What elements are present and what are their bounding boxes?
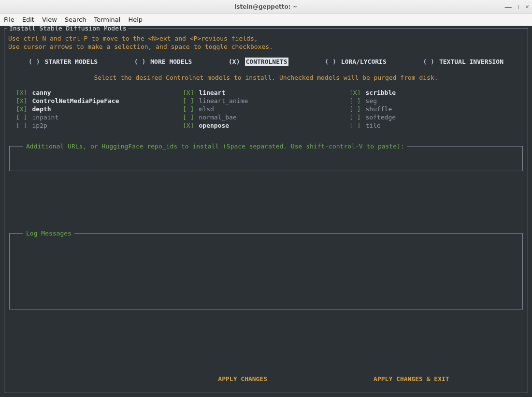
- model-checkbox-normal-bae[interactable]: [ ]normal_bae: [183, 113, 349, 121]
- model-checkbox-depth[interactable]: [X]depth: [16, 105, 183, 113]
- model-checkbox-scribble[interactable]: [X]scribble: [349, 88, 516, 97]
- menu-terminal[interactable]: Terminal: [94, 16, 120, 23]
- model-checkbox-canny[interactable]: [X]canny: [16, 88, 183, 97]
- model-label: scribble: [365, 88, 396, 97]
- menu-help[interactable]: Help: [128, 16, 143, 23]
- additional-urls-box: Additional URLs, or HuggingFace repo_ids…: [9, 146, 523, 171]
- radio-icon: ( ): [29, 58, 40, 66]
- model-label: ControlNetMediaPipeFace: [32, 97, 119, 105]
- window-controls: — + ×: [505, 0, 529, 14]
- checkbox-icon: [ ]: [183, 97, 194, 105]
- model-label: lineart_anime: [199, 97, 248, 105]
- model-checkbox-seg[interactable]: [ ]seg: [349, 97, 516, 105]
- models-column: [X]lineart[ ]lineart_anime[ ]mlsd[ ]norm…: [183, 88, 349, 130]
- checkbox-icon: [ ]: [16, 113, 27, 121]
- installer-title: Install Stable Diffusion Models: [7, 26, 129, 32]
- apply-changes-exit-button[interactable]: APPLY CHANGES & EXIT: [374, 375, 449, 383]
- model-label: normal_bae: [199, 113, 236, 121]
- model-checkbox-openpose[interactable]: [X]openpose: [183, 121, 349, 130]
- installer-frame: Install Stable Diffusion Models Use ctrl…: [4, 28, 528, 393]
- tab-subtitle: Select the desired Controlnet models to …: [4, 66, 528, 82]
- log-messages-box: Log Messages: [9, 233, 523, 309]
- model-label: inpaint: [32, 113, 58, 121]
- checkbox-icon: [ ]: [349, 121, 360, 130]
- window-title: lstein@geppetto: ~: [234, 3, 298, 10]
- instructions-line2: Use cursor arrows to make a selection, a…: [8, 43, 273, 50]
- model-checkbox-lineart-anime[interactable]: [ ]lineart_anime: [183, 97, 349, 105]
- model-label: tile: [365, 121, 380, 130]
- model-label: canny: [32, 88, 51, 97]
- model-label: openpose: [199, 121, 229, 130]
- titlebar: lstein@geppetto: ~ — + ×: [0, 0, 532, 14]
- models-grid: [X]canny[X]ControlNetMediaPipeFace[X]dep…: [4, 82, 528, 130]
- close-icon[interactable]: ×: [525, 3, 529, 11]
- apply-changes-button[interactable]: APPLY CHANGES: [218, 375, 267, 383]
- log-messages-label: Log Messages: [23, 229, 74, 237]
- additional-urls-label: Additional URLs, or HuggingFace repo_ids…: [23, 142, 407, 150]
- checkbox-icon: [X]: [16, 88, 27, 97]
- tab-label: TEXTUAL INVERSION: [439, 58, 503, 66]
- tab-label: STARTER MODELS: [44, 58, 98, 66]
- model-checkbox-lineart[interactable]: [X]lineart: [183, 88, 349, 97]
- model-checkbox-inpaint[interactable]: [ ]inpaint: [16, 113, 183, 121]
- checkbox-icon: [ ]: [349, 97, 360, 105]
- model-label: mlsd: [199, 105, 214, 113]
- model-label: shuffle: [365, 105, 392, 113]
- model-label: softedge: [365, 113, 396, 121]
- radio-icon: ( ): [423, 58, 434, 66]
- checkbox-icon: [X]: [183, 121, 194, 130]
- radio-icon: ( ): [134, 58, 145, 66]
- model-checkbox-softedge[interactable]: [ ]softedge: [349, 113, 516, 121]
- models-column: [X]canny[X]ControlNetMediaPipeFace[X]dep…: [16, 88, 183, 130]
- tab-starter-models[interactable]: ( )STARTER MODELS: [29, 58, 98, 66]
- radio-icon: ( ): [325, 58, 336, 66]
- checkbox-icon: [ ]: [349, 113, 360, 121]
- models-column: [X]scribble[ ]seg[ ]shuffle[ ]softedge[ …: [349, 88, 516, 130]
- model-label: ip2p: [32, 121, 47, 130]
- model-label: lineart: [199, 88, 225, 97]
- checkbox-icon: [ ]: [183, 105, 194, 113]
- menu-view[interactable]: View: [42, 16, 57, 23]
- model-checkbox-shuffle[interactable]: [ ]shuffle: [349, 105, 516, 113]
- maximize-icon[interactable]: +: [517, 3, 520, 11]
- checkbox-icon: [X]: [16, 97, 27, 105]
- checkbox-icon: [X]: [183, 88, 194, 97]
- checkbox-icon: [ ]: [183, 113, 194, 121]
- menu-file[interactable]: File: [4, 16, 14, 23]
- checkbox-icon: [X]: [349, 88, 360, 97]
- menubar: File Edit View Search Terminal Help: [0, 14, 532, 26]
- model-label: seg: [365, 97, 376, 105]
- tab-label: LORA/LYCORIS: [341, 58, 387, 66]
- model-checkbox-controlnetmediapipeface[interactable]: [X]ControlNetMediaPipeFace: [16, 97, 183, 105]
- tab-label: MORE MODELS: [150, 58, 192, 66]
- tab-textual-inversion[interactable]: ( )TEXTUAL INVERSION: [423, 58, 503, 66]
- tab-label: CONTROLNETS: [245, 58, 288, 66]
- model-label: depth: [32, 105, 51, 113]
- tabs-row: ( )STARTER MODELS( )MORE MODELS(X)CONTRO…: [4, 51, 528, 66]
- bottom-buttons: APPLY CHANGES APPLY CHANGES & EXIT: [4, 375, 528, 383]
- minimize-icon[interactable]: —: [505, 3, 512, 11]
- menu-edit[interactable]: Edit: [22, 16, 34, 23]
- menu-search[interactable]: Search: [65, 16, 86, 23]
- checkbox-icon: [ ]: [349, 105, 360, 113]
- terminal-window: lstein@geppetto: ~ — + × File Edit View …: [0, 0, 532, 397]
- checkbox-icon: [X]: [16, 105, 27, 113]
- model-checkbox-tile[interactable]: [ ]tile: [349, 121, 516, 130]
- model-checkbox-mlsd[interactable]: [ ]mlsd: [183, 105, 349, 113]
- radio-icon: (X): [229, 58, 240, 66]
- terminal-body: Install Stable Diffusion Models Use ctrl…: [0, 26, 532, 397]
- tab-controlnets[interactable]: (X)CONTROLNETS: [229, 58, 288, 66]
- checkbox-icon: [ ]: [16, 121, 27, 130]
- tab-more-models[interactable]: ( )MORE MODELS: [134, 58, 192, 66]
- tab-lora-lycoris[interactable]: ( )LORA/LYCORIS: [325, 58, 386, 66]
- instructions-line1: Use ctrl-N and ctrl-P to move to the <N>…: [8, 35, 258, 42]
- model-checkbox-ip2p[interactable]: [ ]ip2p: [16, 121, 183, 130]
